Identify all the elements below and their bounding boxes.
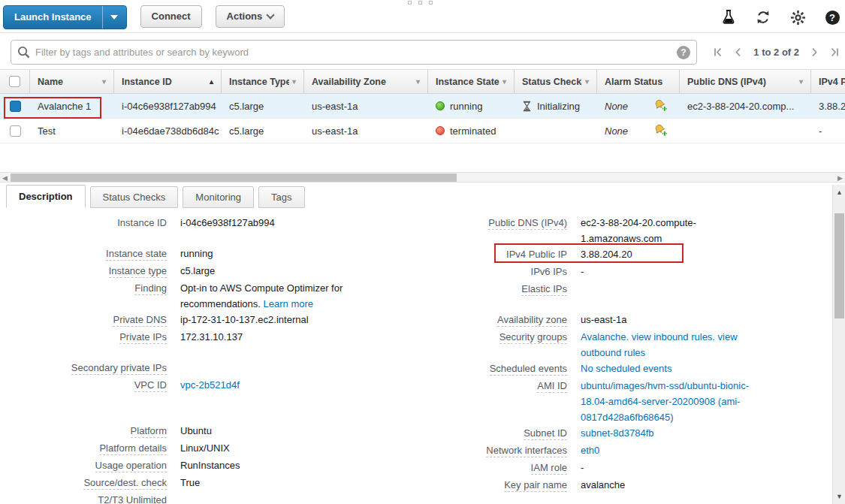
detail-link[interactable]: Avalanche. view inbound rules. view outb… [581, 331, 738, 358]
first-page-icon[interactable] [714, 47, 723, 57]
detail-label: IAM role [477, 460, 567, 477]
detail-value: 3.88.204.20 [581, 246, 765, 264]
sort-arrow-icon: ▴ [210, 77, 213, 86]
detail-text: running [180, 248, 213, 259]
detail-text: Ubuntu [180, 425, 212, 436]
row-checkbox-cell[interactable] [0, 94, 30, 118]
detail-text: True [180, 477, 200, 488]
cell-status-checks [515, 119, 597, 143]
cell-name: Test [30, 119, 114, 143]
settings-gear-icon[interactable] [789, 9, 806, 26]
sort-arrow-icon: ▾ [416, 77, 420, 86]
scroll-left-icon[interactable]: ◀ [0, 174, 10, 183]
column-header-ipv4-public-ip[interactable]: IPv4 Public IP [811, 70, 845, 93]
column-label: Alarm Status [605, 77, 671, 87]
detail-value: ubuntu/images/hvm-ssd/ubuntu-bionic-18.0… [581, 378, 765, 425]
tab-monitoring[interactable]: Monitoring [183, 186, 254, 208]
row-checkbox-cell[interactable] [0, 119, 30, 143]
tab-status-checks[interactable]: Status Checks [90, 186, 179, 208]
detail-label: Security groups [477, 329, 567, 361]
status-checks-label: Initializing [537, 101, 580, 112]
column-header-status-checks[interactable]: Status Checks▾ [515, 70, 597, 93]
filter-input[interactable] [35, 47, 677, 58]
cell-public-dns: ec2-3-88-204-20.comp... [680, 94, 811, 118]
detail-text: i-04c6e938f127ab994 [180, 217, 275, 228]
detail-row: AMI IDubuntu/images/hvm-ssd/ubuntu-bioni… [477, 378, 792, 425]
scroll-up-icon[interactable]: ▲ [833, 186, 845, 198]
chevron-down-icon [110, 15, 118, 20]
detail-row: T2/T3 Unlimited [43, 492, 396, 504]
detail-text: Opt-in to AWS Compute Optimizer for reco… [180, 282, 343, 309]
help-icon[interactable]: ? [824, 9, 840, 26]
row-checkbox[interactable] [10, 125, 21, 137]
detail-value: running [180, 246, 349, 263]
select-all-checkbox[interactable] [9, 76, 20, 87]
sort-arrow-icon: ▾ [799, 77, 803, 86]
column-header-instance-state[interactable]: Instance State▾ [428, 70, 515, 93]
vertical-scrollbar[interactable]: ▲ ▼ [832, 185, 845, 504]
detail-text: RunInstances [180, 460, 240, 471]
connect-button[interactable]: Connect [140, 5, 202, 28]
experiment-flask-icon[interactable] [720, 9, 737, 26]
detail-link[interactable]: ubuntu/images/hvm-ssd/ubuntu-bionic-18.0… [581, 380, 749, 423]
detail-link[interactable]: Learn more [264, 298, 313, 309]
detail-row: PlatformUbuntu [43, 423, 396, 440]
instance-state-dot [436, 101, 445, 110]
column-header-public-dns-ipv4-[interactable]: Public DNS (IPv4)▾ [680, 70, 811, 93]
column-header-instance-id[interactable]: Instance ID▴ [114, 70, 222, 93]
alarm-status-label: None [605, 101, 628, 112]
sort-arrow-icon: ▾ [585, 77, 589, 86]
detail-value [180, 360, 349, 377]
detail-value: Linux/UNIX [180, 440, 349, 457]
instance-state-label: running [450, 101, 482, 112]
panel-resize-handle[interactable] [408, 1, 433, 5]
vertical-scrollbar-thumb[interactable] [834, 213, 844, 318]
table-body: Avalanche 1i-04c6e938f127ab994c5.largeus… [0, 94, 845, 143]
table-row[interactable]: Testi-04e6dae738db6d84cc5.largeus-east-1… [0, 119, 845, 143]
search-box[interactable]: ? [11, 40, 697, 65]
column-header-instance-type[interactable]: Instance Type▾ [222, 70, 304, 93]
detail-row: IPv4 Public IP3.88.204.20 [477, 246, 792, 264]
next-page-icon[interactable] [811, 47, 818, 57]
add-alarm-bell-icon[interactable] [653, 123, 668, 139]
detail-row: Key pair nameavalanche [477, 477, 792, 494]
detail-row: Network interfaceseth0 [477, 442, 792, 460]
detail-value: ec2-3-88-204-20.compute-1.amazonaws.com [581, 215, 765, 246]
row-checkbox[interactable] [10, 101, 21, 112]
detail-link[interactable]: eth0 [581, 445, 599, 456]
cell-public-ip: - [811, 119, 845, 143]
filter-help-icon[interactable]: ? [677, 46, 690, 59]
column-header-alarm-status[interactable]: Alarm Status [597, 70, 680, 93]
tab-tags[interactable]: Tags [258, 186, 304, 208]
launch-instance-dropdown[interactable] [102, 6, 126, 29]
detail-value: i-04c6e938f127ab994 [180, 215, 349, 232]
scroll-right-icon[interactable]: ▶ [835, 174, 845, 183]
select-all-checkbox-header[interactable] [0, 70, 30, 93]
detail-link[interactable]: vpc-2b521d4f [180, 379, 240, 391]
horizontal-scrollbar[interactable]: ◀ ▶ [0, 172, 845, 183]
detail-text: - [581, 462, 584, 473]
detail-text: - [581, 266, 584, 277]
scroll-down-icon[interactable]: ▼ [833, 490, 845, 502]
add-alarm-bell-icon[interactable] [653, 98, 668, 114]
tab-description[interactable]: Description [6, 185, 86, 208]
launch-instance-button[interactable]: Launch Instance [3, 5, 127, 29]
actions-button[interactable]: Actions [216, 5, 285, 28]
detail-label: Secondary private IPs [43, 360, 167, 377]
cell-public-dns [680, 119, 811, 143]
last-page-icon[interactable] [830, 47, 839, 57]
sort-arrow-icon: ▾ [292, 77, 296, 86]
detail-link[interactable]: No scheduled events [581, 363, 671, 374]
detail-label: Scheduled events [477, 361, 567, 378]
column-header-availability-zone[interactable]: Availability Zone▾ [304, 70, 428, 93]
detail-link[interactable]: subnet-8d3784fb [581, 427, 654, 439]
detail-row: Instance typec5.large [43, 263, 396, 280]
column-header-name[interactable]: Name▾ [30, 70, 114, 93]
detail-row: Instance staterunning [43, 246, 396, 263]
table-row[interactable]: Avalanche 1i-04c6e938f127ab994c5.largeus… [0, 94, 845, 119]
refresh-icon[interactable] [755, 9, 771, 26]
column-label: Name [38, 77, 99, 87]
horizontal-scrollbar-thumb[interactable] [11, 174, 457, 182]
pagination-count: 1 to 2 of 2 [753, 47, 799, 58]
prev-page-icon[interactable] [735, 47, 741, 57]
